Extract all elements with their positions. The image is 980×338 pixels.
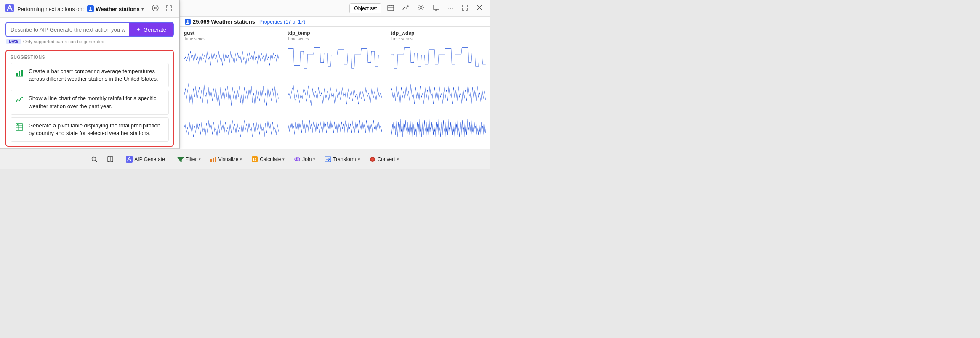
visualize-label: Visualize	[218, 156, 239, 162]
calculate-icon: 12	[251, 156, 258, 163]
sparkle-icon: ✦	[136, 26, 141, 33]
convert-label: Convert	[378, 156, 395, 162]
join-icon	[294, 156, 301, 163]
suggestions-box: SUGGESTIONS Create a bar chart comparing…	[5, 50, 174, 147]
calculate-label: Calculate	[260, 156, 281, 162]
suggestion-text-1: Create a bar chart comparing average tem…	[29, 68, 165, 83]
properties-link[interactable]: Properties (17 of 17)	[259, 19, 305, 25]
close-icon-button[interactable]	[474, 3, 485, 13]
svg-point-1	[90, 7, 91, 9]
more-icon-button[interactable]: ···	[445, 3, 455, 13]
chart-area: gust Time series	[180, 27, 490, 149]
filter-icon	[177, 156, 184, 163]
chart-row-temp-1	[288, 43, 382, 77]
chart-column-gust: gust Time series	[180, 27, 283, 149]
col-title-gust: gust	[184, 30, 279, 36]
svg-point-20	[187, 20, 189, 22]
beta-note: Only supported cards can be generated	[23, 39, 104, 44]
suggestion-text-3: Generate a pivot table displaying the to…	[29, 122, 165, 137]
book-icon	[107, 156, 114, 163]
suggestion-text-2: Show a line chart of the monthly rainfal…	[29, 95, 165, 110]
beta-badge: Beta	[6, 39, 21, 44]
toolbar-divider-2	[171, 155, 171, 164]
bottom-toolbar: AIP Generate Filter ▾ Visualize	[0, 149, 490, 169]
generate-input[interactable]	[6, 23, 129, 36]
transform-chevron: ▾	[358, 157, 360, 161]
object-set-button[interactable]: Object set	[349, 3, 381, 13]
bar-chart-icon	[14, 68, 24, 78]
join-chevron: ▾	[313, 157, 315, 161]
svg-point-32	[296, 158, 300, 161]
chart-row-wdsp-3	[391, 112, 486, 145]
right-header: Object set	[180, 0, 490, 17]
aip-logo-icon	[5, 4, 14, 14]
svg-rect-12	[388, 5, 394, 11]
suggestions-title: SUGGESTIONS	[11, 55, 169, 60]
visualize-toolbar-button[interactable]: Visualize ▾	[206, 154, 247, 165]
chart-row-temp-3	[288, 112, 382, 145]
chart-svg-tdp-wdsp	[391, 43, 486, 145]
right-subheader: 25,069 Weather stations Properties (17 o…	[180, 17, 490, 27]
search-toolbar-button[interactable]	[87, 154, 102, 165]
circle-close-button[interactable]	[150, 4, 160, 14]
col-title-tdp-wdsp: tdp_wdsp	[391, 30, 486, 36]
join-label: Join	[302, 156, 312, 162]
calendar-icon-button[interactable]	[385, 3, 397, 14]
main-content: Performing next actions on: Weather stat…	[0, 0, 490, 149]
chart-svg-gust	[184, 43, 279, 145]
svg-rect-4	[19, 71, 20, 76]
svg-rect-5	[21, 70, 23, 76]
aip-generate-toolbar-button[interactable]: AIP Generate	[122, 154, 169, 165]
chart-svg-tdp-temp	[288, 43, 382, 145]
line-chart-icon	[14, 95, 24, 105]
transform-label: Transform	[333, 156, 356, 162]
count-label: 25,069 Weather stations	[193, 18, 255, 25]
suggestion-item-pivot[interactable]: Generate a pivot table displaying the to…	[11, 117, 169, 142]
aip-generate-icon	[126, 156, 133, 163]
weather-station-label: Weather stations	[96, 6, 140, 12]
svg-point-16	[420, 7, 422, 9]
filter-label: Filter	[186, 156, 197, 162]
chart-row-wdsp-2	[391, 77, 486, 111]
calculate-toolbar-button[interactable]: 12 Calculate ▾	[247, 154, 289, 165]
svg-rect-26	[210, 159, 212, 162]
svg-rect-28	[215, 157, 216, 162]
svg-rect-17	[433, 5, 439, 9]
convert-icon	[369, 156, 376, 163]
filter-toolbar-button[interactable]: Filter ▾	[173, 154, 205, 165]
book-toolbar-button[interactable]	[103, 154, 118, 165]
svg-rect-3	[16, 73, 18, 76]
aip-generate-label: AIP Generate	[134, 156, 165, 162]
join-toolbar-button[interactable]: Join ▾	[290, 154, 320, 165]
performing-label: Performing next actions on:	[17, 6, 84, 12]
chart-row-gust-3	[184, 112, 279, 145]
chart-row-wdsp-1	[391, 43, 486, 77]
monitor-icon-button[interactable]	[430, 3, 442, 14]
line-chart-icon-button[interactable]	[400, 3, 412, 14]
svg-text:12: 12	[253, 158, 256, 161]
col-subtitle-tdp-temp: Time series	[288, 37, 382, 41]
ws-icon	[87, 5, 94, 12]
filter-chevron: ▾	[199, 157, 201, 161]
svg-line-22	[96, 160, 97, 162]
convert-chevron: ▾	[397, 157, 399, 161]
chart-column-tdp-wdsp: tdp_wdsp Time series	[386, 27, 490, 149]
chevron-down-icon: ▾	[141, 7, 144, 11]
convert-toolbar-button[interactable]: Convert ▾	[365, 154, 403, 165]
search-icon	[91, 156, 98, 163]
chart-row-temp-2	[288, 77, 382, 111]
right-panel: Object set	[179, 0, 490, 149]
expand-button[interactable]	[164, 4, 174, 14]
beta-row: Beta Only supported cards can be generat…	[5, 39, 174, 44]
chart-row-gust-2	[184, 77, 279, 111]
svg-point-35	[371, 158, 374, 161]
suggestion-item-linechart[interactable]: Show a line chart of the monthly rainfal…	[11, 90, 169, 114]
weather-station-dropdown[interactable]: Weather stations ▾	[87, 5, 144, 12]
settings-icon-button[interactable]	[415, 3, 427, 14]
generate-label: Generate	[144, 26, 166, 33]
transform-toolbar-button[interactable]: Transform ▾	[320, 154, 364, 165]
generate-button[interactable]: ✦ Generate	[129, 23, 173, 36]
suggestion-item-barchart[interactable]: Create a bar chart comparing average tem…	[11, 63, 169, 87]
fullscreen-icon-button[interactable]	[459, 3, 471, 14]
toolbar-divider-1	[120, 155, 120, 164]
